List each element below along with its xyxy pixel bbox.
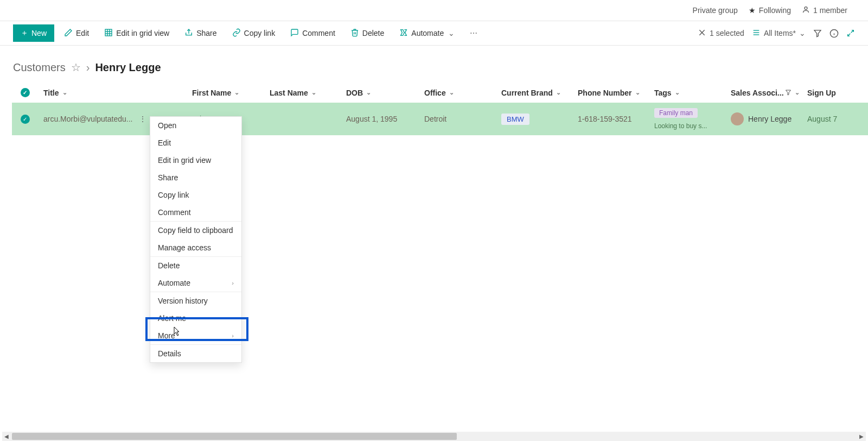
command-bar: ＋ New Edit Edit in grid view Share Copy …	[0, 21, 868, 46]
private-group-label: Private group	[693, 6, 738, 15]
column-header-sales-assoc[interactable]: Sales Associ... ⌄	[731, 89, 807, 97]
scrollbar-thumb[interactable]	[12, 433, 457, 440]
menu-automate[interactable]: Automate ›	[150, 274, 241, 292]
svg-marker-15	[786, 90, 790, 95]
comment-icon	[290, 28, 299, 39]
row-checkbox[interactable]: ✓	[12, 115, 38, 124]
share-icon	[184, 28, 193, 39]
list-icon	[752, 28, 761, 39]
svg-point-0	[805, 7, 807, 10]
menu-share[interactable]: Share	[150, 169, 241, 186]
edit-grid-button[interactable]: Edit in grid view	[99, 25, 175, 42]
table-row[interactable]: ✓ arcu.Morbi@vulputatedu... ⋮ Eric Augus…	[12, 103, 868, 135]
check-circle-icon: ✓	[21, 88, 30, 97]
row-actions-button[interactable]: ⋮	[137, 112, 149, 125]
expand-button[interactable]	[846, 29, 855, 37]
cell-phone: 1-618-159-3521	[578, 115, 654, 123]
close-icon	[698, 28, 706, 39]
tag-text: Looking to buy s...	[654, 122, 707, 130]
person-icon	[802, 5, 810, 15]
funnel-icon	[813, 29, 822, 37]
menu-copy-field[interactable]: Copy field to clipboard	[150, 222, 241, 239]
more-button[interactable]: ⋯	[464, 26, 483, 41]
right-tools: 1 selected All Items* ⌄	[698, 28, 855, 39]
info-button[interactable]	[829, 29, 839, 38]
star-outline-icon[interactable]: ☆	[71, 61, 81, 74]
clear-selection-button[interactable]: 1 selected	[698, 28, 744, 39]
svg-marker-11	[814, 30, 821, 37]
filter-button[interactable]	[813, 29, 822, 37]
grid-icon	[104, 28, 113, 39]
breadcrumb-item: Henry Legge	[95, 61, 161, 74]
cell-signup: August 7	[807, 115, 851, 123]
column-header-tags[interactable]: Tags ⌄	[654, 89, 731, 97]
chevron-right-icon: ›	[232, 332, 234, 339]
chevron-right-icon: ›	[232, 280, 234, 286]
cell-assoc: Henry Legge	[731, 112, 807, 125]
automate-button[interactable]: Automate ⌄	[394, 25, 460, 42]
edit-button[interactable]: Edit	[59, 25, 94, 42]
list-header-row: ✓ Title ⌄ First Name ⌄ Last Name ⌄ DOB ⌄…	[12, 83, 868, 103]
column-header-dob[interactable]: DOB ⌄	[346, 89, 424, 97]
chevron-down-icon: ⌄	[448, 29, 455, 37]
column-header-first-name[interactable]: First Name ⌄	[192, 89, 270, 97]
menu-edit-grid[interactable]: Edit in grid view	[150, 152, 241, 169]
menu-comment[interactable]: Comment	[150, 204, 241, 221]
menu-more[interactable]: More ›	[150, 327, 241, 344]
comment-button[interactable]: Comment	[285, 25, 341, 42]
chevron-down-icon: ⌄	[366, 89, 371, 96]
view-selector[interactable]: All Items* ⌄	[752, 28, 806, 39]
flow-icon	[399, 28, 408, 39]
row-title-link[interactable]: arcu.Morbi@vulputatedu...	[43, 115, 132, 123]
trash-icon	[350, 28, 359, 39]
cell-office: Detroit	[424, 115, 501, 123]
column-header-signup[interactable]: Sign Up	[807, 89, 851, 97]
horizontal-scrollbar[interactable]: ◀ ▶	[2, 432, 866, 441]
select-all-checkbox[interactable]: ✓	[12, 88, 38, 97]
share-button[interactable]: Share	[179, 25, 222, 42]
list-table: ✓ Title ⌄ First Name ⌄ Last Name ⌄ DOB ⌄…	[0, 83, 868, 135]
plus-icon: ＋	[21, 28, 28, 38]
chevron-down-icon: ⌄	[234, 89, 239, 96]
breadcrumb-list[interactable]: Customers	[13, 61, 66, 74]
svg-rect-1	[105, 29, 112, 36]
menu-manage-access[interactable]: Manage access	[150, 239, 241, 256]
new-button[interactable]: ＋ New	[13, 24, 54, 42]
menu-details[interactable]: Details	[150, 345, 241, 362]
cell-brand: BMW	[501, 114, 578, 125]
pencil-icon	[64, 28, 73, 39]
more-vertical-icon: ⋮	[139, 115, 146, 123]
avatar	[731, 112, 744, 125]
cell-tags: Family man Looking to buy s...	[654, 108, 731, 130]
menu-open[interactable]: Open	[150, 117, 241, 134]
star-filled-icon: ★	[749, 6, 756, 15]
members-button[interactable]: 1 member	[802, 5, 847, 15]
chevron-down-icon: ⌄	[311, 89, 316, 96]
breadcrumb: Customers ☆ › Henry Legge	[0, 46, 868, 83]
menu-copy-link[interactable]: Copy link	[150, 186, 241, 204]
context-menu: Open Edit Edit in grid view Share Copy l…	[150, 116, 242, 363]
scroll-left-arrow[interactable]: ◀	[2, 433, 11, 440]
chevron-down-icon: ⌄	[795, 89, 800, 96]
column-header-office[interactable]: Office ⌄	[424, 89, 501, 97]
following-button[interactable]: ★ Following	[749, 6, 791, 15]
menu-edit[interactable]: Edit	[150, 134, 241, 152]
chevron-down-icon: ⌄	[62, 89, 67, 96]
column-header-last-name[interactable]: Last Name ⌄	[270, 89, 346, 97]
column-header-brand[interactable]: Current Brand ⌄	[501, 89, 578, 97]
expand-icon	[846, 29, 855, 37]
copy-link-button[interactable]: Copy link	[227, 25, 281, 42]
brand-pill: BMW	[501, 114, 529, 125]
delete-button[interactable]: Delete	[345, 25, 390, 42]
scroll-right-arrow[interactable]: ▶	[857, 433, 866, 440]
menu-delete[interactable]: Delete	[150, 257, 241, 274]
info-icon	[829, 29, 839, 38]
column-header-title[interactable]: Title ⌄	[38, 89, 192, 97]
top-info-bar: Private group ★ Following 1 member	[0, 0, 868, 21]
link-icon	[232, 28, 241, 39]
chevron-down-icon: ⌄	[799, 29, 806, 37]
menu-version-history[interactable]: Version history	[150, 292, 241, 310]
menu-alert-me[interactable]: Alert me	[150, 310, 241, 327]
more-horizontal-icon: ⋯	[470, 29, 477, 37]
column-header-phone[interactable]: Phone Number ⌄	[578, 89, 654, 97]
